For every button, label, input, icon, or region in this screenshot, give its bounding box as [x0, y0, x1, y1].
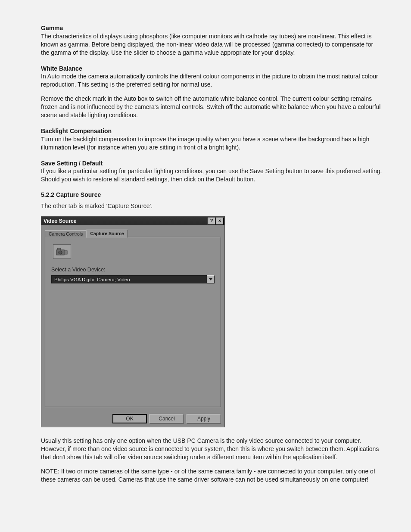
backlight-body: Turn on the backlight compensation to im… — [41, 136, 369, 151]
video-source-dialog: Video Source ? × Camera Controls Capture… — [41, 216, 225, 427]
white-balance-p2: Remove the check mark in the Auto box to… — [41, 95, 383, 119]
svg-marker-4 — [209, 278, 212, 280]
close-button[interactable]: × — [216, 218, 224, 225]
capture-source-number-heading: 5.2.2 Capture Source — [41, 191, 383, 198]
save-default-body: If you like a particular setting for par… — [41, 168, 382, 183]
dialog-title: Video Source — [44, 218, 76, 224]
device-icon — [53, 244, 71, 259]
tab-camera-controls[interactable]: Camera Controls — [45, 230, 87, 237]
section-backlight: Backlight Compensation Turn on the backl… — [41, 127, 383, 152]
section-gamma: Gamma The characteristics of displays us… — [41, 24, 383, 57]
capture-source-after-p2: NOTE: If two or more cameras of the same… — [41, 467, 383, 484]
chevron-down-icon — [209, 278, 212, 281]
svg-rect-3 — [57, 248, 61, 250]
tab-panel-capture-source: Select a Video Device: Philips VGA Digit… — [45, 237, 221, 407]
ok-button[interactable]: OK — [112, 414, 147, 423]
cancel-button[interactable]: Cancel — [149, 414, 184, 423]
dialog-titlebar[interactable]: Video Source ? × — [41, 217, 224, 225]
white-balance-heading: White Balance — [41, 65, 82, 72]
capture-source-intro: The other tab is marked 'Capture Source'… — [41, 202, 383, 209]
section-save-default: Save Setting / Default If you like a par… — [41, 159, 383, 184]
capture-source-after: Usually this setting has only one option… — [41, 437, 383, 483]
save-default-heading: Save Setting / Default — [41, 160, 103, 167]
apply-button[interactable]: Apply — [187, 414, 221, 423]
device-combobox-value: Philips VGA Digital Camera; Video — [51, 275, 207, 283]
device-combobox[interactable]: Philips VGA Digital Camera; Video — [51, 275, 215, 283]
document-page: Gamma The characteristics of displays us… — [0, 0, 411, 532]
dialog-button-row: OK Cancel Apply — [41, 411, 224, 427]
combobox-dropdown-button[interactable] — [207, 275, 215, 283]
capture-source-after-p1: Usually this setting has only one option… — [41, 437, 383, 461]
titlebar-controls: ? × — [207, 218, 224, 225]
gamma-heading: Gamma — [41, 25, 63, 31]
tab-strip: Camera Controls Capture Source — [45, 229, 221, 237]
select-device-label: Select a Video Device: — [51, 267, 215, 273]
backlight-heading: Backlight Compensation — [41, 128, 112, 134]
tab-capture-source[interactable]: Capture Source — [86, 230, 128, 238]
white-balance-p1: In Auto mode the camera automatically co… — [41, 73, 378, 88]
gamma-body: The characteristics of displays using ph… — [41, 33, 373, 56]
camera-glyph-icon — [56, 246, 68, 257]
svg-point-2 — [59, 251, 62, 254]
svg-rect-1 — [64, 251, 67, 254]
dialog-body: Camera Controls Capture Source Select a … — [41, 225, 224, 411]
section-white-balance: White Balance In Auto mode the camera au… — [41, 65, 383, 119]
help-button[interactable]: ? — [208, 218, 215, 225]
